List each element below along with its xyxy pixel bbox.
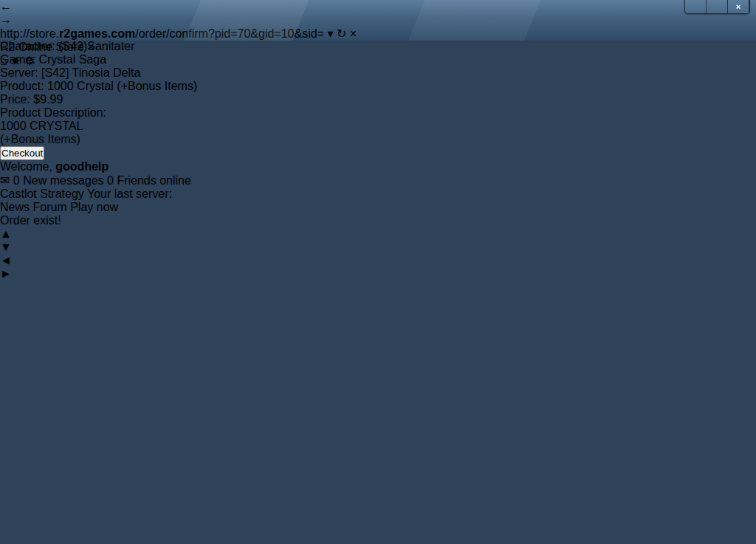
- order-label: Product Description:: [0, 106, 106, 119]
- tab-title: R2 Online Store: [0, 41, 84, 53]
- checkout-button[interactable]: Checkout: [0, 146, 44, 160]
- friends-count: 0: [107, 174, 114, 187]
- home-icon[interactable]: ⌂: [0, 55, 7, 67]
- scroll-right-icon[interactable]: ►: [0, 267, 756, 280]
- forward-arrow-icon: →: [0, 13, 12, 26]
- order-row-product: Product: 1000 Crystal (+Bonus Items): [0, 80, 756, 93]
- browser-tab[interactable]: R2 Online Store ×: [0, 41, 756, 54]
- scroll-down-icon[interactable]: ▼: [0, 241, 756, 254]
- product-image-caption: 1000 CRYSTAL (+Bonus Items): [0, 120, 756, 146]
- messages-count: 0: [13, 174, 20, 187]
- minimize-button[interactable]: [685, 0, 707, 13]
- order-value: 1000 Crystal (+Bonus Items): [47, 80, 197, 92]
- scroll-up-icon[interactable]: ▲: [0, 227, 756, 241]
- order-row-description: Product Description:: [0, 106, 756, 120]
- scroll-left-icon[interactable]: ◄: [0, 254, 756, 267]
- browser-commands: ⌂ ★ ⚙: [0, 54, 756, 68]
- news-link[interactable]: News: [0, 201, 30, 213]
- restore-button[interactable]: [707, 0, 728, 13]
- refresh-icon[interactable]: ↻: [337, 27, 346, 40]
- forward-button[interactable]: →: [0, 13, 756, 27]
- forum-link[interactable]: Forum: [32, 201, 66, 213]
- window-controls: ×: [684, 0, 750, 14]
- chevron-down-icon[interactable]: ▾: [327, 27, 333, 40]
- username[interactable]: goodhelp: [55, 160, 109, 173]
- envelope-icon[interactable]: ✉: [0, 174, 10, 187]
- game-name[interactable]: Castlot: [0, 187, 37, 200]
- product-image: 1000 CRYSTAL (+Bonus Items): [0, 120, 756, 146]
- order-value: $9.99: [33, 93, 63, 106]
- back-button[interactable]: ←: [0, 0, 756, 13]
- favorites-star-icon[interactable]: ★: [10, 55, 21, 67]
- quick-links: News Forum Play now: [0, 201, 756, 214]
- game-last-server: Your last server:: [87, 187, 172, 200]
- vertical-scrollbar[interactable]: ▲ ▼: [0, 227, 756, 254]
- address-bar[interactable]: http://store.r2games.com/order/confirm?p…: [0, 27, 756, 41]
- gear-icon[interactable]: ⚙: [24, 55, 35, 67]
- tab-close-icon[interactable]: ×: [87, 41, 94, 53]
- welcome-text: Welcome, goodhelp: [0, 160, 756, 173]
- back-arrow-icon: ←: [0, 0, 12, 13]
- order-row-price: Price: $9.99: [0, 93, 756, 106]
- close-icon: ×: [736, 2, 740, 11]
- game-carousel: Castlot Strategy Your last server:: [0, 187, 756, 201]
- browser-chrome: × ← → http://store.r2games.com/order/con…: [0, 0, 756, 41]
- game-genre: Strategy: [40, 187, 84, 200]
- account-stats: ✉ 0 New messages 0 Friends online: [0, 173, 756, 187]
- messages-link[interactable]: New messages: [23, 174, 103, 187]
- order-label: Price:: [0, 93, 30, 106]
- dialog-message: Order exist!: [0, 214, 756, 227]
- horizontal-scrollbar[interactable]: ◄ ►: [0, 254, 756, 280]
- play-now-link[interactable]: Play now: [70, 201, 118, 213]
- friends-link[interactable]: Friends online: [117, 174, 191, 187]
- order-row-server: Server: [S42] Tinosia Delta: [0, 66, 756, 80]
- order-label: Server:: [0, 66, 38, 79]
- close-window-button[interactable]: ×: [728, 0, 749, 13]
- stop-icon[interactable]: ×: [350, 27, 357, 40]
- order-value: [S42] Tinosia Delta: [41, 66, 140, 79]
- order-exist-dialog: Order exist!: [0, 214, 756, 227]
- order-label: Product:: [0, 80, 44, 92]
- url-text: http://store.r2games.com/order/confirm?p…: [0, 27, 324, 40]
